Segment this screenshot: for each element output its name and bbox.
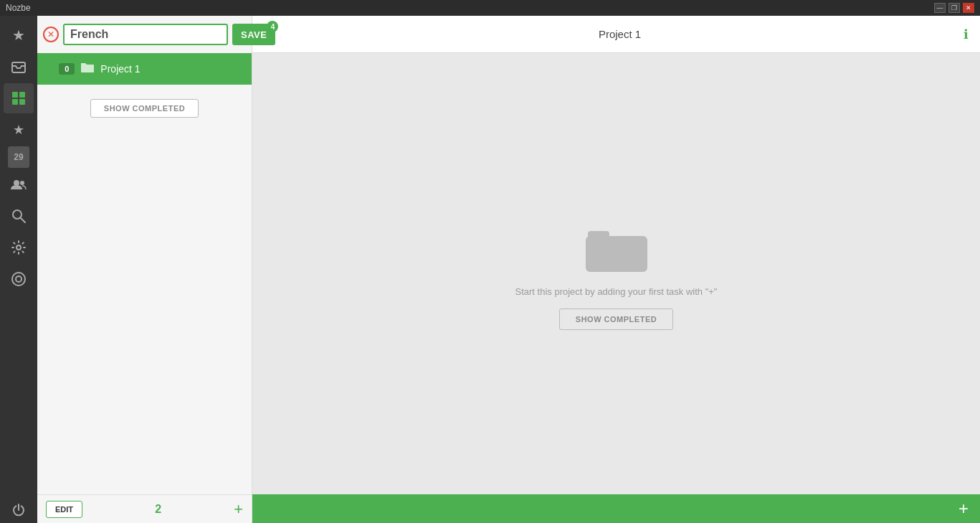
footer-step-number: 2 xyxy=(155,503,161,516)
info-icon[interactable]: ℹ xyxy=(964,27,969,42)
svg-point-10 xyxy=(12,273,25,286)
sidebar-item-settings[interactable] xyxy=(4,232,34,263)
main-footer: + xyxy=(252,494,980,523)
show-completed-list-button[interactable]: SHOW COMPLETED xyxy=(90,99,199,118)
show-completed-list-section: SHOW COMPLETED xyxy=(37,99,252,118)
app: ★ ★ 29 xyxy=(0,16,980,523)
add-task-button[interactable]: + xyxy=(958,500,969,517)
close-input-button[interactable]: ✕ xyxy=(43,27,59,42)
main-header: ↻ Project 1 ℹ xyxy=(252,16,980,53)
svg-rect-3 xyxy=(12,99,18,105)
sidebar-item-projects[interactable] xyxy=(4,83,34,113)
svg-rect-13 xyxy=(586,236,647,272)
svg-point-5 xyxy=(14,180,19,186)
project-name-input[interactable] xyxy=(63,24,228,45)
main-project-title: Project 1 xyxy=(599,28,641,40)
sidebar-item-priority[interactable]: ★ xyxy=(4,115,34,145)
main-body: Start this project by adding your first … xyxy=(252,53,980,494)
show-completed-main-button[interactable]: SHOW COMPLETED xyxy=(559,308,673,330)
minimize-button[interactable]: — xyxy=(934,3,946,13)
svg-rect-4 xyxy=(19,99,25,105)
sidebar: ★ ★ 29 xyxy=(0,16,37,523)
sidebar-item-account[interactable] xyxy=(4,264,34,294)
app-name: Nozbe xyxy=(6,3,31,13)
svg-point-7 xyxy=(13,210,22,219)
close-button[interactable]: ✕ xyxy=(963,3,974,13)
project-step-indicator: 1 xyxy=(44,63,50,75)
project-task-count: 0 xyxy=(59,63,75,75)
project-folder-icon xyxy=(80,62,95,76)
empty-state-icon xyxy=(584,218,649,275)
sidebar-power-button[interactable] xyxy=(4,503,34,517)
sidebar-item-home[interactable]: ★ xyxy=(4,20,34,50)
sidebar-item-calendar[interactable]: 29 xyxy=(8,146,29,168)
main-content: ↻ Project 1 ℹ Start this project by addi… xyxy=(252,16,980,523)
maximize-button[interactable]: ❐ xyxy=(948,3,960,13)
project-list-panel: ✕ SAVE 4 1 0 Project 1 SHOW COMPLETED xyxy=(37,16,252,523)
svg-point-9 xyxy=(16,245,21,250)
svg-point-11 xyxy=(16,276,22,282)
svg-point-6 xyxy=(20,181,24,185)
edit-button[interactable]: EDIT xyxy=(46,501,82,518)
project-list-footer: EDIT 2 + xyxy=(37,494,252,523)
project-item[interactable]: 1 0 Project 1 xyxy=(37,53,252,85)
sidebar-item-team[interactable] xyxy=(4,169,34,199)
add-project-button[interactable]: + xyxy=(234,501,243,517)
svg-rect-2 xyxy=(19,92,25,98)
titlebar: Nozbe — ❐ ✕ xyxy=(0,0,980,16)
project-list-header: ✕ SAVE 4 xyxy=(37,16,252,53)
sidebar-item-inbox[interactable] xyxy=(4,52,34,82)
empty-hint-text: Start this project by adding your first … xyxy=(515,286,718,297)
sidebar-item-search[interactable] xyxy=(4,201,34,231)
svg-rect-1 xyxy=(12,92,18,98)
svg-line-8 xyxy=(21,218,25,222)
project-name: Project 1 xyxy=(100,63,140,75)
